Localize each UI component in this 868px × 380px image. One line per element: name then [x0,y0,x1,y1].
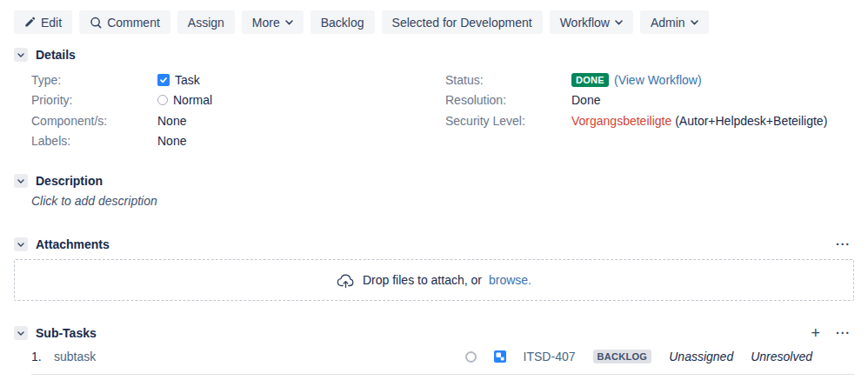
attachments-title: Attachments [36,237,110,251]
description-header: Description [14,174,868,188]
subtasks-header: Sub-Tasks + ··· [14,325,868,341]
chevron-down-icon [17,179,24,183]
chevron-down-icon [17,331,24,336]
comment-button[interactable]: Comment [79,10,170,34]
labels-value: None [157,134,186,148]
backlog-transition-button[interactable]: Backlog [310,10,375,34]
more-dropdown-button[interactable]: More [242,10,304,34]
chevron-down-icon [285,20,293,25]
resolution-value: Done [571,93,600,107]
description-collapse-button[interactable] [14,174,28,188]
labels-field: Labels: None [31,131,414,152]
edit-button-label: Edit [41,16,62,30]
subtask-issue-key-link[interactable]: ITSD-407 [524,350,576,363]
subtasks-section: Sub-Tasks + ··· 1. subtask ITSD-407 BACK… [0,325,868,375]
subtask-type-icon [494,350,506,363]
subtask-summary-link[interactable]: subtask [54,350,96,363]
selected-for-development-button[interactable]: Selected for Development [382,10,543,34]
assign-button-label: Assign [188,16,224,30]
chevron-down-icon [691,20,698,25]
security-level-link[interactable]: Vorgangsbeteiligte [571,114,671,128]
view-workflow-link[interactable]: (View Workflow) [614,73,702,87]
type-label: Type: [31,73,157,87]
labels-label: Labels: [31,134,157,148]
chevron-down-icon [17,243,24,247]
status-field: Status: DONE (View Workflow) [445,70,827,90]
upload-cloud-icon [337,272,356,289]
status-label: Status: [445,73,571,87]
details-body: Type: Task Priority: Normal Component/s:… [0,70,868,151]
add-subtask-icon[interactable]: + [811,325,820,341]
components-label: Component/s: [31,114,157,128]
backlog-button-label: Backlog [321,16,364,30]
comment-bubble-icon [90,17,102,29]
priority-field: Priority: Normal [31,90,414,111]
resolution-label: Resolution: [445,93,571,107]
edit-button[interactable]: Edit [14,10,72,34]
subtask-row-meta: ITSD-407 BACKLOG Unassigned Unresolved [465,350,854,363]
workflow-dropdown-button[interactable]: Workflow [550,10,633,34]
subtask-number: 1. [31,350,54,363]
priority-value: Normal [173,93,212,107]
attachments-collapse-button[interactable] [14,237,28,251]
pencil-icon [24,17,36,28]
attachments-dropzone[interactable]: Drop files to attach, or browse. [14,259,854,301]
attachments-more-actions-icon[interactable]: ··· [836,238,851,250]
description-placeholder[interactable]: Click to add description [31,194,868,208]
comment-button-label: Comment [107,16,160,30]
status-badge: DONE [571,73,609,87]
details-collapse-button[interactable] [14,48,28,62]
subtask-resolution: Unresolved [751,350,812,363]
subtask-assignee: Unassigned [669,350,733,363]
resolution-field: Resolution: Done [445,90,827,111]
security-level-suffix: (Autor+Helpdesk+Beteiligte) [675,114,827,128]
progress-circle-icon[interactable] [465,351,477,363]
security-level-label: Security Level: [445,114,571,128]
subtasks-title: Sub-Tasks [36,326,97,340]
attachments-header: Attachments ··· [14,237,868,251]
priority-normal-icon [157,95,168,105]
workflow-button-label: Workflow [560,16,610,30]
subtask-row: 1. subtask ITSD-407 BACKLOG Unassigned U… [31,341,854,375]
components-field: Component/s: None [31,110,414,131]
type-value: Task [175,73,200,87]
description-section: Description Click to add description [0,174,868,208]
chevron-down-icon [17,53,24,57]
admin-button-label: Admin [651,16,685,30]
subtasks-more-actions-icon[interactable]: ··· [836,327,851,339]
details-title: Details [36,48,76,62]
task-type-icon [157,74,170,86]
components-value: None [157,114,186,128]
security-level-field: Security Level: Vorgangsbeteiligte (Auto… [445,110,827,131]
browse-link[interactable]: browse. [489,273,531,287]
more-button-label: More [252,16,280,30]
priority-label: Priority: [31,93,157,107]
subtask-status-badge: BACKLOG [593,350,652,363]
subtasks-collapse-button[interactable] [14,326,28,340]
type-field: Type: Task [31,70,414,90]
details-section: Details Type: Task Priority: Normal [0,48,868,151]
dropzone-text: Drop files to attach, or [363,273,482,287]
assign-button[interactable]: Assign [177,10,235,34]
description-title: Description [36,174,103,188]
selected-for-development-label: Selected for Development [392,16,532,30]
details-right-column: Status: DONE (View Workflow) Resolution:… [445,70,827,151]
admin-dropdown-button[interactable]: Admin [640,10,709,34]
chevron-down-icon [615,20,623,25]
toolbar: Edit Comment Assign More Backlog Selecte… [0,0,868,34]
details-header: Details [14,48,868,62]
details-left-column: Type: Task Priority: Normal Component/s:… [31,70,414,151]
attachments-section: Attachments ··· Drop files to attach, or… [0,237,868,301]
